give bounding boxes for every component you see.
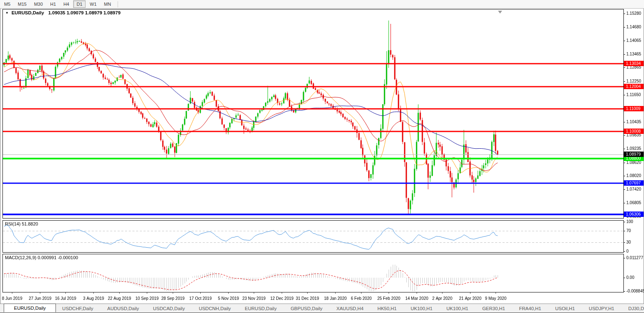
chart-tab-usdchf-daily[interactable]: USDCHF,Daily bbox=[56, 304, 99, 313]
chevron-down-icon[interactable]: ▼ bbox=[5, 11, 9, 15]
chart-tab-eurusd-daily[interactable]: EURUSD,Daily bbox=[239, 304, 283, 313]
chart-symbol-label: EURUSD,Daily bbox=[12, 10, 44, 15]
timeframe-button-m30[interactable]: M30 bbox=[31, 0, 46, 8]
chart-tab-usdcad-daily[interactable]: USDCAD,Daily bbox=[147, 304, 191, 313]
chart-tab-ger30-h1[interactable]: GER30,H1 bbox=[476, 304, 512, 313]
timeframe-button-h1[interactable]: H1 bbox=[47, 0, 59, 8]
toolbar-divider bbox=[118, 1, 118, 7]
chart-tab-gbpusd-daily[interactable]: GBPUSD,Daily bbox=[285, 304, 329, 313]
chart-tab-uk100-h1[interactable]: UK100,H1 bbox=[440, 304, 475, 313]
timeframe-button-m15[interactable]: M15 bbox=[14, 0, 30, 8]
chart-tab-usoil-h1[interactable]: USOil,H1 bbox=[549, 304, 581, 313]
rsi-indicator-label: RSI(14) 51.8820 bbox=[5, 221, 38, 226]
chart-tab-eurusd-daily[interactable]: EURUSD,Daily bbox=[4, 304, 56, 312]
timeframe-button-mn[interactable]: MN bbox=[101, 0, 114, 8]
chart-tab-uk100-h1[interactable]: UK100,H1 bbox=[405, 304, 439, 313]
chart-tab-hk50-h1[interactable]: HK50,H1 bbox=[371, 304, 403, 313]
chart-tab-dj30-daily[interactable]: DJ30,Daily bbox=[622, 304, 644, 313]
chart-tab-fra40-h1[interactable]: FRA40,H1 bbox=[513, 304, 547, 313]
macd-indicator-label: MACD(12,26,9) 0.000991 -0.000100 bbox=[5, 255, 78, 260]
chart-tab-xauusd-h4[interactable]: XAUUSD,H4 bbox=[330, 304, 370, 313]
chart-tabs-bar: EURUSD,DailyUSDCHF,DailyAUDUSD,DailyUSDC… bbox=[0, 304, 644, 313]
chart-ohlc-values: 1.09035 1.09079 1.08979 1.08979 bbox=[48, 10, 120, 15]
mt4-terminal-window: M5M15M30H1H4D1W1MN ▼ EURUSD,Daily 1.0903… bbox=[0, 0, 644, 313]
price-chart-canvas[interactable] bbox=[0, 0, 644, 304]
chart-title: ▼ EURUSD,Daily 1.09035 1.09079 1.08979 1… bbox=[5, 10, 120, 15]
timeframe-button-w1[interactable]: W1 bbox=[86, 0, 100, 8]
chart-tab-usdcnh-daily[interactable]: USDCNH,Daily bbox=[192, 304, 237, 313]
timeframe-button-h4[interactable]: H4 bbox=[60, 0, 72, 8]
chart-tab-audusd-daily[interactable]: AUDUSD,Daily bbox=[101, 304, 145, 313]
timeframe-button-m5[interactable]: M5 bbox=[1, 0, 14, 8]
timeframe-toolbar: M5M15M30H1H4D1W1MN bbox=[0, 0, 644, 9]
chart-tab-usdjpy-h1[interactable]: USDJPY,H1 bbox=[583, 304, 621, 313]
timeframe-button-d1[interactable]: D1 bbox=[73, 0, 86, 8]
